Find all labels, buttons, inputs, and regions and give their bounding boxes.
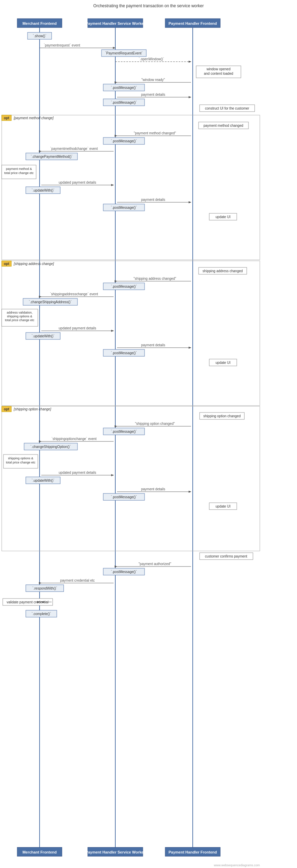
svg-text:"shipping address changed": "shipping address changed": [134, 277, 176, 280]
svg-text:customer confirms payment: customer confirms payment: [205, 554, 247, 558]
svg-text:`shippingoptionchange` event: `shippingoptionchange` event: [51, 437, 96, 441]
svg-text:`paymentrequest` event: `paymentrequest` event: [44, 43, 80, 47]
svg-text:`.updateWith()`: `.updateWith()`: [32, 334, 55, 338]
svg-text:`.postMessage()`: `.postMessage()`: [111, 206, 137, 210]
sequence-diagram-svg: Merchant Frontend Payment Handler Servic…: [0, 13, 297, 868]
svg-text:`.show()`: `.show()`: [33, 34, 46, 38]
svg-text:payment method &: payment method &: [6, 167, 32, 171]
diagram-title: Orchestrating the payment transaction on…: [0, 3, 297, 8]
svg-text:total price change etc: total price change etc: [5, 318, 34, 322]
svg-text:Payment Handler Service Worker: Payment Handler Service Worker: [86, 21, 146, 25]
svg-text:`.postMessage()`: `.postMessage()`: [111, 430, 137, 433]
svg-text:updated payment details: updated payment details: [59, 181, 96, 184]
svg-text:"window ready": "window ready": [141, 78, 165, 82]
svg-text:"payment authorized": "payment authorized": [139, 562, 171, 566]
svg-text:`.postMessage()`: `.postMessage()`: [111, 351, 137, 355]
svg-text:www.websequencediagrams.com: www.websequencediagrams.com: [213, 864, 260, 867]
svg-text:`paymentmethodchange` event: `paymentmethodchange` event: [50, 147, 98, 151]
svg-text:payment method changed: payment method changed: [203, 124, 243, 127]
svg-text:total price change etc: total price change etc: [6, 461, 35, 464]
svg-text:payment details: payment details: [141, 198, 165, 202]
svg-text:`PaymentRequestEvent`: `PaymentRequestEvent`: [105, 51, 143, 55]
svg-text:update UI: update UI: [215, 215, 230, 219]
svg-text:Payment Handler Frontend: Payment Handler Frontend: [169, 850, 217, 854]
svg-text:`.respondWith()`: `.respondWith()`: [32, 586, 57, 590]
svg-text:payment details: payment details: [141, 93, 165, 96]
svg-text:`.postMessage()`: `.postMessage()`: [111, 86, 137, 90]
svg-text:`.changePaymentMethod()`: `.changePaymentMethod()`: [31, 155, 73, 159]
svg-text:`shippingaddresschange` event: `shippingaddresschange` event: [50, 292, 98, 296]
svg-text:update UI: update UI: [215, 504, 230, 508]
svg-text:Payment Handler Service Worker: Payment Handler Service Worker: [86, 850, 146, 854]
svg-text:shipping option changed: shipping option changed: [203, 414, 241, 418]
svg-text:window opened: window opened: [206, 67, 231, 71]
svg-text:shipping address changed: shipping address changed: [203, 269, 243, 273]
svg-text:shipping options &: shipping options &: [7, 315, 32, 318]
svg-text:`.postMessage()`: `.postMessage()`: [111, 101, 137, 104]
svg-text:`.changeShippingAddress()`: `.changeShippingAddress()`: [29, 300, 72, 304]
svg-text:opt: opt: [4, 262, 9, 266]
svg-text:updated payment details: updated payment details: [59, 471, 96, 474]
svg-text:`.updateWith()`: `.updateWith()`: [32, 479, 55, 482]
svg-text:Payment Handler Frontend: Payment Handler Frontend: [169, 21, 217, 25]
svg-text:Merchant Frontend: Merchant Frontend: [22, 850, 57, 854]
svg-text:`.postMessage()`: `.postMessage()`: [111, 570, 137, 574]
svg-text:[shipping address change]: [shipping address change]: [13, 262, 54, 266]
svg-text:[payment method change]: [payment method change]: [13, 116, 54, 120]
svg-text:`.postMessage()`: `.postMessage()`: [111, 495, 137, 499]
svg-text:"shipping option changed": "shipping option changed": [135, 422, 175, 426]
svg-text:`.complete()`: `.complete()`: [32, 612, 51, 616]
svg-text:payment details: payment details: [141, 487, 165, 491]
diagram-container: Orchestrating the payment transaction on…: [0, 0, 297, 868]
svg-text:"payment method changed": "payment method changed": [134, 131, 176, 135]
svg-text:`.openWindow()`: `.openWindow()`: [139, 57, 164, 61]
svg-text:opt: opt: [4, 407, 9, 411]
svg-text:payment details: payment details: [141, 343, 165, 347]
svg-text:address validation,: address validation,: [7, 311, 32, 314]
svg-text:payment credential etc: payment credential etc: [60, 579, 95, 582]
svg-text:`.postMessage()`: `.postMessage()`: [111, 139, 137, 143]
svg-text:updated payment details: updated payment details: [59, 326, 96, 330]
svg-text:[shipping option change]: [shipping option change]: [13, 407, 51, 411]
svg-text:total price change etc: total price change etc: [4, 171, 34, 175]
svg-text:`.postMessage()`: `.postMessage()`: [111, 285, 137, 288]
svg-text:and content loaded: and content loaded: [204, 72, 233, 75]
svg-text:`.updateWith()`: `.updateWith()`: [32, 188, 55, 192]
svg-text:construct UI for the customer: construct UI for the customer: [205, 106, 250, 110]
svg-text:`.changeShippingOption()`: `.changeShippingOption()`: [30, 445, 71, 449]
svg-text:update UI: update UI: [215, 361, 230, 365]
svg-text:opt: opt: [4, 116, 9, 120]
svg-text:shipping options &: shipping options &: [8, 457, 33, 460]
svg-text:Merchant Frontend: Merchant Frontend: [22, 21, 57, 25]
